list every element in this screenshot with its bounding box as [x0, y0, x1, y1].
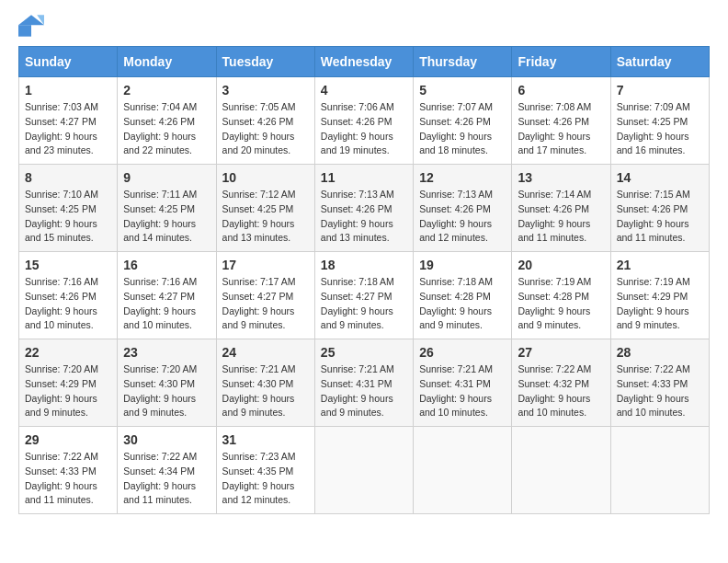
calendar-week-5: 29 Sunrise: 7:22 AM Sunset: 4:33 PM Dayl…: [19, 427, 710, 514]
day-info: Sunrise: 7:18 AM Sunset: 4:27 PM Dayligh…: [321, 275, 407, 333]
sunrise-label: Sunrise: 7:14 AM: [518, 189, 591, 200]
day-header-tuesday: Tuesday: [216, 47, 314, 77]
day-header-wednesday: Wednesday: [314, 47, 413, 77]
sunset-label: Sunset: 4:26 PM: [123, 116, 195, 127]
day-info: Sunrise: 7:09 AM Sunset: 4:25 PM Dayligh…: [617, 100, 703, 158]
day-info: Sunrise: 7:10 AM Sunset: 4:25 PM Dayligh…: [25, 188, 111, 246]
day-number: 23: [123, 345, 210, 360]
sunset-label: Sunset: 4:26 PM: [321, 203, 392, 214]
sunset-label: Sunset: 4:26 PM: [222, 116, 294, 127]
sunrise-label: Sunrise: 7:08 AM: [518, 101, 591, 112]
day-info: Sunrise: 7:03 AM Sunset: 4:27 PM Dayligh…: [25, 100, 111, 158]
day-number: 16: [123, 258, 210, 272]
calendar-cell: 15 Sunrise: 7:16 AM Sunset: 4:26 PM Dayl…: [19, 252, 118, 339]
day-number: 19: [419, 258, 506, 272]
sunrise-label: Sunrise: 7:22 AM: [123, 451, 197, 462]
sunrise-label: Sunrise: 7:07 AM: [419, 101, 493, 112]
sunrise-label: Sunrise: 7:04 AM: [123, 101, 197, 112]
day-number: 28: [617, 345, 703, 360]
sunrise-label: Sunrise: 7:21 AM: [321, 363, 394, 374]
day-number: 9: [123, 170, 210, 185]
sunset-label: Sunset: 4:35 PM: [222, 465, 294, 477]
day-number: 13: [518, 170, 604, 185]
sunset-label: Sunset: 4:29 PM: [25, 378, 97, 389]
svg-rect-0: [18, 25, 31, 36]
day-header-friday: Friday: [512, 47, 610, 77]
daylight-label: Daylight: 9 hours and 9 minutes.: [518, 305, 590, 331]
day-number: 5: [419, 83, 506, 98]
day-info: Sunrise: 7:06 AM Sunset: 4:26 PM Dayligh…: [321, 100, 407, 158]
sunset-label: Sunset: 4:30 PM: [222, 378, 294, 389]
daylight-label: Daylight: 9 hours and 15 minutes.: [25, 218, 97, 244]
calendar-cell: 16 Sunrise: 7:16 AM Sunset: 4:27 PM Dayl…: [118, 252, 216, 339]
day-header-sunday: Sunday: [19, 47, 118, 77]
day-number: 30: [123, 432, 210, 447]
day-number: 25: [321, 345, 407, 360]
day-number: 18: [321, 258, 407, 272]
day-number: 8: [25, 170, 111, 185]
sunset-label: Sunset: 4:27 PM: [222, 291, 294, 302]
sunset-label: Sunset: 4:31 PM: [321, 378, 392, 389]
day-number: 2: [123, 83, 210, 98]
day-info: Sunrise: 7:22 AM Sunset: 4:33 PM Dayligh…: [617, 362, 703, 420]
sunset-label: Sunset: 4:27 PM: [25, 116, 97, 127]
sunrise-label: Sunrise: 7:17 AM: [222, 276, 296, 287]
calendar-cell: 19 Sunrise: 7:18 AM Sunset: 4:28 PM Dayl…: [414, 252, 512, 339]
calendar-cell: [414, 427, 512, 514]
sunset-label: Sunset: 4:26 PM: [518, 116, 589, 127]
day-number: 22: [25, 345, 111, 360]
calendar-cell: 26 Sunrise: 7:21 AM Sunset: 4:31 PM Dayl…: [414, 339, 512, 427]
sunrise-label: Sunrise: 7:19 AM: [617, 276, 690, 287]
sunset-label: Sunset: 4:26 PM: [617, 203, 688, 214]
day-number: 10: [222, 170, 309, 185]
calendar-table: SundayMondayTuesdayWednesdayThursdayFrid…: [18, 46, 710, 514]
calendar-cell: 17 Sunrise: 7:17 AM Sunset: 4:27 PM Dayl…: [216, 252, 314, 339]
calendar-cell: 31 Sunrise: 7:23 AM Sunset: 4:35 PM Dayl…: [216, 427, 314, 514]
sunset-label: Sunset: 4:34 PM: [123, 465, 195, 477]
day-info: Sunrise: 7:07 AM Sunset: 4:26 PM Dayligh…: [419, 100, 506, 158]
day-info: Sunrise: 7:17 AM Sunset: 4:27 PM Dayligh…: [222, 275, 309, 333]
daylight-label: Daylight: 9 hours and 22 minutes.: [123, 131, 196, 156]
day-number: 21: [617, 258, 703, 272]
calendar-cell: 12 Sunrise: 7:13 AM Sunset: 4:26 PM Dayl…: [414, 165, 512, 252]
sunset-label: Sunset: 4:25 PM: [617, 116, 688, 127]
sunset-label: Sunset: 4:26 PM: [518, 203, 589, 214]
sunrise-label: Sunrise: 7:22 AM: [25, 451, 98, 462]
day-number: 1: [25, 83, 111, 98]
calendar-cell: 5 Sunrise: 7:07 AM Sunset: 4:26 PM Dayli…: [414, 77, 512, 165]
sunrise-label: Sunrise: 7:16 AM: [25, 276, 98, 287]
day-number: 29: [25, 432, 111, 447]
sunset-label: Sunset: 4:30 PM: [123, 378, 195, 389]
calendar-week-1: 1 Sunrise: 7:03 AM Sunset: 4:27 PM Dayli…: [19, 77, 710, 165]
day-info: Sunrise: 7:13 AM Sunset: 4:26 PM Dayligh…: [419, 188, 506, 246]
calendar-cell: 21 Sunrise: 7:19 AM Sunset: 4:29 PM Dayl…: [610, 252, 709, 339]
calendar-week-3: 15 Sunrise: 7:16 AM Sunset: 4:26 PM Dayl…: [19, 252, 710, 339]
daylight-label: Daylight: 9 hours and 9 minutes.: [123, 393, 196, 419]
daylight-label: Daylight: 9 hours and 10 minutes.: [518, 393, 590, 419]
daylight-label: Daylight: 9 hours and 9 minutes.: [419, 305, 492, 331]
day-info: Sunrise: 7:22 AM Sunset: 4:34 PM Dayligh…: [123, 450, 210, 508]
day-info: Sunrise: 7:19 AM Sunset: 4:29 PM Dayligh…: [617, 275, 703, 333]
sunrise-label: Sunrise: 7:13 AM: [419, 189, 493, 200]
daylight-label: Daylight: 9 hours and 16 minutes.: [617, 131, 689, 156]
daylight-label: Daylight: 9 hours and 9 minutes.: [222, 305, 295, 331]
calendar-header-row: SundayMondayTuesdayWednesdayThursdayFrid…: [19, 47, 710, 77]
calendar-cell: 2 Sunrise: 7:04 AM Sunset: 4:26 PM Dayli…: [118, 77, 216, 165]
daylight-label: Daylight: 9 hours and 13 minutes.: [321, 218, 393, 244]
day-info: Sunrise: 7:20 AM Sunset: 4:29 PM Dayligh…: [25, 362, 111, 420]
day-number: 17: [222, 258, 309, 272]
calendar-cell: [314, 427, 413, 514]
daylight-label: Daylight: 9 hours and 9 minutes.: [617, 305, 689, 331]
day-info: Sunrise: 7:20 AM Sunset: 4:30 PM Dayligh…: [123, 362, 210, 420]
sunset-label: Sunset: 4:25 PM: [222, 203, 294, 214]
sunrise-label: Sunrise: 7:22 AM: [518, 363, 591, 374]
sunrise-label: Sunrise: 7:19 AM: [518, 276, 591, 287]
sunset-label: Sunset: 4:25 PM: [123, 203, 195, 214]
calendar-cell: 28 Sunrise: 7:22 AM Sunset: 4:33 PM Dayl…: [610, 339, 709, 427]
sunset-label: Sunset: 4:27 PM: [321, 291, 392, 302]
calendar-cell: 25 Sunrise: 7:21 AM Sunset: 4:31 PM Dayl…: [314, 339, 413, 427]
day-info: Sunrise: 7:23 AM Sunset: 4:35 PM Dayligh…: [222, 450, 309, 508]
sunset-label: Sunset: 4:32 PM: [518, 378, 589, 389]
daylight-label: Daylight: 9 hours and 11 minutes.: [518, 218, 590, 244]
sunset-label: Sunset: 4:29 PM: [617, 291, 688, 302]
